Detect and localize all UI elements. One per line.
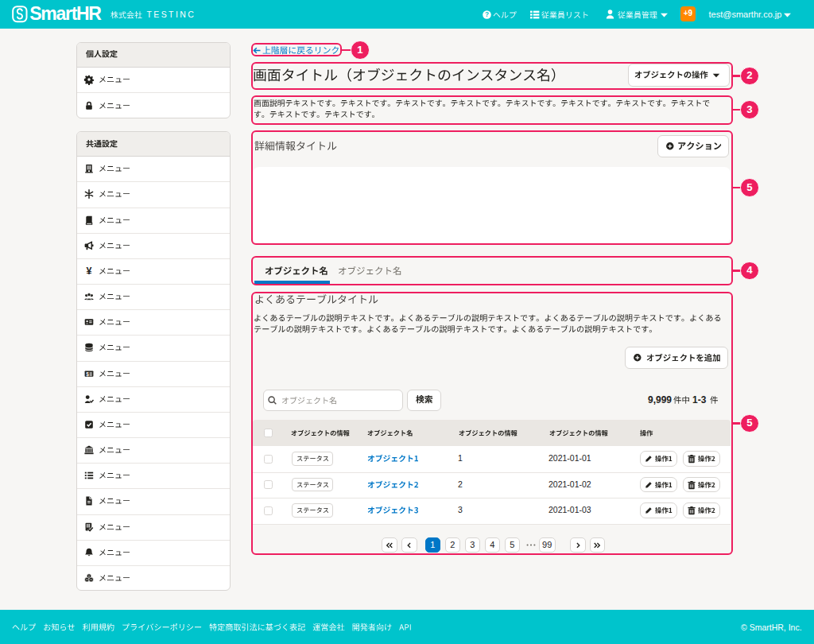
svg-text:¥: ¥ xyxy=(86,266,91,277)
svg-text:$: $ xyxy=(86,370,89,377)
svg-text:?: ? xyxy=(484,11,488,18)
